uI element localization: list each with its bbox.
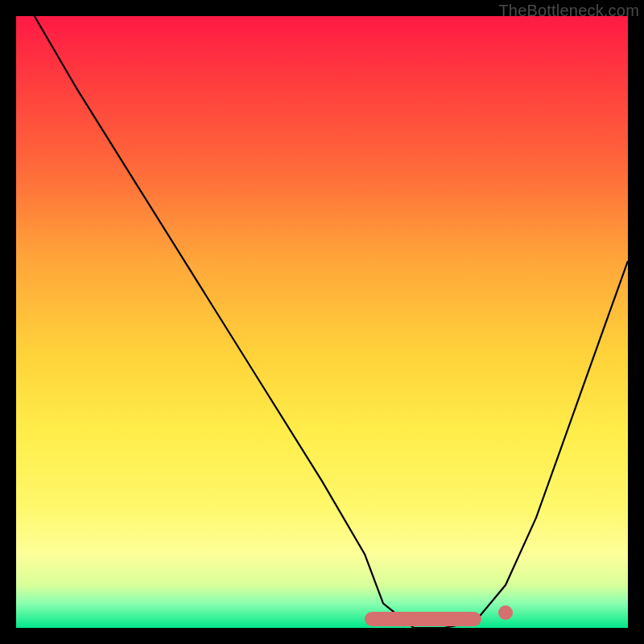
optimal-range-bar [365,612,481,626]
plot-area [16,16,628,628]
bottleneck-curve [16,16,628,628]
chart-container: TheBottleneck.com [0,0,644,644]
watermark-label: TheBottleneck.com [498,2,639,20]
optimal-marker-dot [498,605,513,620]
bottleneck-curve-path [35,16,628,628]
